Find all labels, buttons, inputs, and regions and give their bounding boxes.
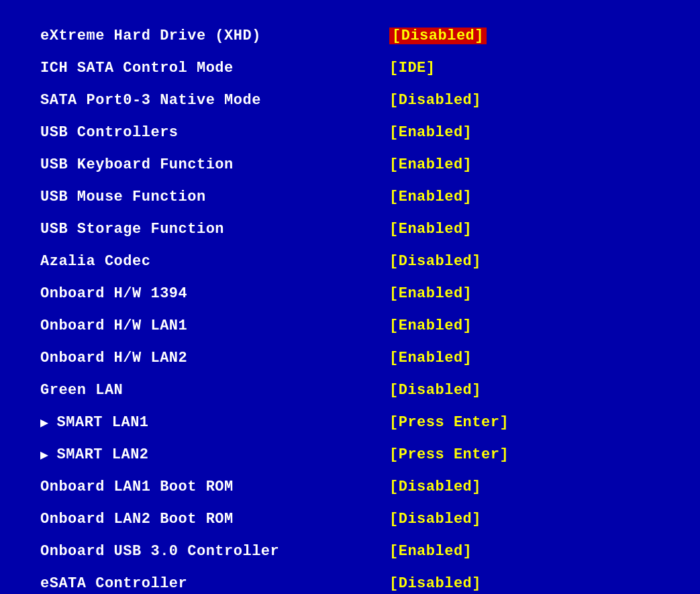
bios-row-usb-controllers[interactable]: USB Controllers[Enabled]: [40, 117, 660, 148]
bios-value-onboard-hw-lan1[interactable]: [Enabled]: [389, 317, 472, 334]
label-text: eXtreme Hard Drive (XHD): [40, 28, 261, 44]
bios-label-usb-controllers: USB Controllers: [40, 124, 389, 141]
bios-row-onboard-hw-lan2[interactable]: Onboard H/W LAN2[Enabled]: [40, 342, 660, 373]
label-text: Onboard USB 3.0 Controller: [40, 543, 279, 560]
bios-value-smart-lan1[interactable]: [Press Enter]: [389, 414, 509, 431]
bios-value-onboard-usb3[interactable]: [Enabled]: [389, 543, 472, 560]
bios-value-onboard-lan2-boot[interactable]: [Disabled]: [389, 511, 481, 528]
bios-row-usb-storage[interactable]: USB Storage Function[Enabled]: [40, 213, 660, 244]
label-text: Green LAN: [40, 382, 123, 399]
bios-row-onboard-lan2-boot[interactable]: Onboard LAN2 Boot ROM[Disabled]: [40, 503, 660, 534]
bios-label-usb-keyboard: USB Keyboard Function: [40, 156, 389, 173]
bios-label-onboard-lan1-boot: Onboard LAN1 Boot ROM: [40, 479, 389, 495]
bios-label-onboard-hw-lan1: Onboard H/W LAN1: [40, 317, 389, 334]
label-text: USB Mouse Function: [40, 189, 206, 205]
submenu-arrow-icon: ▶: [40, 446, 49, 463]
label-text: SMART LAN1: [57, 414, 149, 431]
bios-row-sata-port[interactable]: SATA Port0-3 Native Mode[Disabled]: [40, 85, 660, 115]
label-text: USB Storage Function: [40, 221, 224, 238]
bios-row-azalia[interactable]: Azalia Codec[Disabled]: [40, 246, 660, 277]
label-text: SMART LAN2: [57, 446, 149, 463]
bios-label-smart-lan1: ▶SMART LAN1: [40, 414, 389, 431]
bios-label-green-lan: Green LAN: [40, 382, 389, 399]
bios-row-onboard-usb3[interactable]: Onboard USB 3.0 Controller[Enabled]: [40, 536, 660, 566]
submenu-arrow-icon: ▶: [40, 414, 49, 431]
bios-label-ich-sata: ICH SATA Control Mode: [40, 60, 389, 77]
bios-label-usb-mouse: USB Mouse Function: [40, 189, 389, 205]
label-text: SATA Port0-3 Native Mode: [40, 92, 261, 109]
bios-label-onboard-lan2-boot: Onboard LAN2 Boot ROM: [40, 511, 389, 528]
label-text: Onboard H/W LAN2: [40, 350, 187, 366]
bios-value-usb-storage[interactable]: [Enabled]: [389, 221, 472, 238]
label-text: Onboard LAN2 Boot ROM: [40, 511, 234, 528]
bios-value-usb-controllers[interactable]: [Enabled]: [389, 124, 472, 141]
bios-value-onboard-hw-lan2[interactable]: [Enabled]: [389, 350, 472, 366]
bios-row-smart-lan1[interactable]: ▶SMART LAN1[Press Enter]: [40, 407, 660, 438]
bios-screen: eXtreme Hard Drive (XHD)[Disabled]ICH SA…: [0, 0, 700, 594]
bios-value-usb-mouse[interactable]: [Enabled]: [389, 189, 472, 205]
bios-label-onboard-hw-1394: Onboard H/W 1394: [40, 285, 389, 302]
label-text: USB Keyboard Function: [40, 156, 234, 173]
bios-row-usb-keyboard[interactable]: USB Keyboard Function[Enabled]: [40, 149, 660, 180]
label-text: Onboard H/W LAN1: [40, 317, 187, 334]
bios-label-xhd: eXtreme Hard Drive (XHD): [40, 28, 389, 44]
label-text: eSATA Controller: [40, 575, 187, 592]
bios-value-smart-lan2[interactable]: [Press Enter]: [389, 446, 509, 463]
bios-label-esata-controller: eSATA Controller: [40, 575, 389, 592]
bios-value-ich-sata[interactable]: [IDE]: [389, 60, 436, 77]
label-text: ICH SATA Control Mode: [40, 60, 234, 77]
bios-value-onboard-hw-1394[interactable]: [Enabled]: [389, 285, 472, 302]
bios-label-smart-lan2: ▶SMART LAN2: [40, 446, 389, 463]
label-text: Onboard LAN1 Boot ROM: [40, 479, 234, 495]
bios-value-xhd[interactable]: [Disabled]: [389, 28, 487, 44]
bios-row-onboard-hw-1394[interactable]: Onboard H/W 1394[Enabled]: [40, 278, 660, 309]
bios-label-sata-port: SATA Port0-3 Native Mode: [40, 92, 389, 109]
bios-value-onboard-lan1-boot[interactable]: [Disabled]: [389, 479, 481, 495]
bios-label-onboard-usb3: Onboard USB 3.0 Controller: [40, 543, 389, 560]
bios-row-onboard-lan1-boot[interactable]: Onboard LAN1 Boot ROM[Disabled]: [40, 471, 660, 502]
bios-value-esata-controller[interactable]: [Disabled]: [389, 575, 481, 592]
bios-value-usb-keyboard[interactable]: [Enabled]: [389, 156, 472, 173]
label-text: Azalia Codec: [40, 253, 150, 270]
bios-label-usb-storage: USB Storage Function: [40, 221, 389, 238]
bios-row-green-lan[interactable]: Green LAN[Disabled]: [40, 375, 660, 405]
bios-value-sata-port[interactable]: [Disabled]: [389, 92, 481, 109]
bios-row-onboard-hw-lan1[interactable]: Onboard H/W LAN1[Enabled]: [40, 310, 660, 341]
bios-label-azalia: Azalia Codec: [40, 253, 389, 270]
bios-value-azalia[interactable]: [Disabled]: [389, 253, 481, 270]
label-text: USB Controllers: [40, 124, 179, 141]
bios-row-xhd[interactable]: eXtreme Hard Drive (XHD)[Disabled]: [40, 20, 660, 51]
bios-row-ich-sata[interactable]: ICH SATA Control Mode[IDE]: [40, 52, 660, 83]
bios-row-esata-controller[interactable]: eSATA Controller[Disabled]: [40, 568, 660, 594]
bios-label-onboard-hw-lan2: Onboard H/W LAN2: [40, 350, 389, 366]
bios-row-usb-mouse[interactable]: USB Mouse Function[Enabled]: [40, 181, 660, 212]
bios-value-green-lan[interactable]: [Disabled]: [389, 382, 481, 399]
label-text: Onboard H/W 1394: [40, 285, 187, 302]
bios-row-smart-lan2[interactable]: ▶SMART LAN2[Press Enter]: [40, 439, 660, 470]
